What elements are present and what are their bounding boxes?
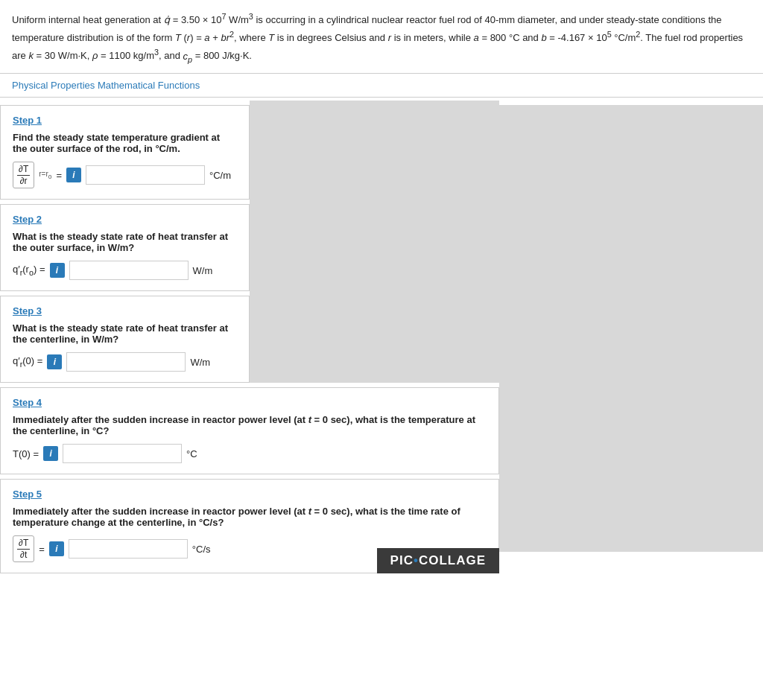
step3-question: What is the steady state rate of heat tr… <box>13 322 237 345</box>
step4-title: Step 4 <box>13 397 487 408</box>
problem-text: Uniform internal heat generation at q̇ =… <box>0 0 763 74</box>
step1-row: Step 1 Find the steady state temperature… <box>0 101 499 200</box>
step4-question: Immediately after the sudden increase in… <box>13 414 487 436</box>
step2-question: What is the steady state rate of heat tr… <box>13 231 237 253</box>
step3-content: Step 3 What is the steady state rate of … <box>0 291 250 383</box>
step2-answer-row: q′r(ro) = i W/m <box>13 261 237 280</box>
step1-equals: = <box>56 170 62 181</box>
right-panel <box>499 105 763 552</box>
step5-title: Step 5 <box>13 489 487 500</box>
step3-row: Step 3 What is the steady state rate of … <box>0 291 499 383</box>
step2-title: Step 2 <box>13 214 237 225</box>
step5-info-button[interactable]: i <box>49 541 64 556</box>
step1-title: Step 1 <box>13 115 237 126</box>
step3-input[interactable] <box>66 352 186 372</box>
main-layout: Step 1 Find the steady state temperature… <box>0 101 763 573</box>
step2-input[interactable] <box>69 261 189 280</box>
step2-content: Step 2 What is the steady state rate of … <box>0 200 250 291</box>
step5-question: Immediately after the sudden increase in… <box>13 506 487 528</box>
step3-label: q′r(0) = <box>13 355 42 369</box>
step1-subscript: r=ro <box>39 170 51 180</box>
step1-input[interactable] <box>86 165 205 185</box>
step3-title: Step 3 <box>13 305 237 316</box>
step5-fraction: ∂T ∂t <box>13 535 34 562</box>
physical-properties-link[interactable]: Physical Properties Mathematical Functio… <box>0 74 763 98</box>
step5-input[interactable] <box>69 539 188 559</box>
step3-right-gray <box>250 291 499 383</box>
step4-info-button[interactable]: i <box>43 446 58 461</box>
step4-card: Step 4 Immediately after the sudden incr… <box>0 387 499 474</box>
pic-dot: • <box>414 553 419 567</box>
step3-info-button[interactable]: i <box>47 354 62 369</box>
step1-answer-row: ∂T ∂r r=ro = i °C/m <box>13 162 237 188</box>
step1-info-button[interactable]: i <box>66 168 81 182</box>
step5-equals: = <box>39 544 45 555</box>
step4-unit: °C <box>186 448 197 459</box>
step1-question: Find the steady state temperature gradie… <box>13 132 237 154</box>
step2-right-gray <box>250 200 499 291</box>
step1-unit: °C/m <box>209 170 231 181</box>
step1-fraction: ∂T ∂r <box>13 162 34 188</box>
step2-unit: W/m <box>193 265 213 276</box>
step2-label: q′r(ro) = <box>13 264 45 277</box>
step2-card: Step 2 What is the steady state rate of … <box>0 204 250 291</box>
step1-right-gray <box>250 101 499 200</box>
step3-card: Step 3 What is the steady state rate of … <box>0 296 250 383</box>
step3-unit: W/m <box>190 357 210 368</box>
step1-card: Step 1 Find the steady state temperature… <box>0 105 250 200</box>
step5-unit: °C/s <box>192 544 211 555</box>
step1-content: Step 1 Find the steady state temperature… <box>0 101 250 200</box>
pic-collage-badge: PIC•COLLAGE <box>377 548 499 573</box>
step2-row: Step 2 What is the steady state rate of … <box>0 200 499 291</box>
step3-answer-row: q′r(0) = i W/m <box>13 352 237 372</box>
step2-info-button[interactable]: i <box>50 263 65 278</box>
steps-left: Step 1 Find the steady state temperature… <box>0 101 499 573</box>
step4-answer-row: T(0) = i °C <box>13 444 487 463</box>
bottom-section: Step 5 Immediately after the sudden incr… <box>0 479 499 573</box>
step4-label: T(0) = <box>13 448 39 459</box>
step4-input[interactable] <box>63 444 182 463</box>
